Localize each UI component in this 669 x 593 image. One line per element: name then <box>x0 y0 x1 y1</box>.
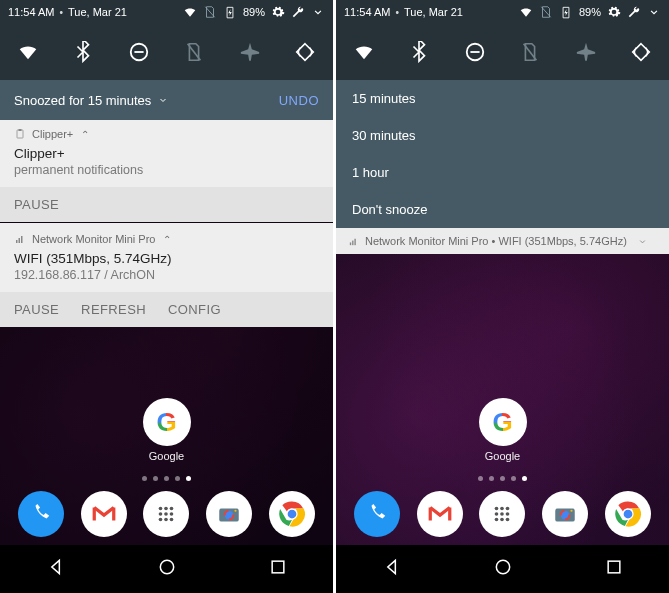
svg-point-33 <box>506 512 510 516</box>
signal-icon <box>14 233 26 245</box>
netmon-header[interactable]: Network Monitor Mini Pro ⌃ <box>0 223 333 249</box>
dock <box>336 491 669 545</box>
snooze-option-30min[interactable]: 30 minutes <box>336 117 669 154</box>
clipper-notification[interactable]: Clipper+ ⌃ Clipper+ permanent notificati… <box>0 120 333 222</box>
wrench-icon[interactable] <box>291 5 305 19</box>
signal-icon <box>348 236 359 247</box>
nav-back[interactable] <box>382 557 402 581</box>
qs-bluetooth[interactable] <box>71 40 95 64</box>
svg-point-10 <box>165 512 169 516</box>
app-phone[interactable] <box>18 491 64 537</box>
chevron-down-icon <box>637 236 648 247</box>
qs-sim[interactable] <box>518 40 542 64</box>
svg-point-35 <box>501 518 505 522</box>
qs-wifi[interactable] <box>16 40 40 64</box>
clipper-actions: PAUSE <box>0 187 333 222</box>
chevron-down-icon <box>157 94 169 106</box>
netmon-subtitle: 192.168.86.117 / ArchON <box>14 268 319 282</box>
svg-point-31 <box>495 512 499 516</box>
nav-back[interactable] <box>46 557 66 581</box>
app-camera[interactable] <box>542 491 588 537</box>
svg-point-18 <box>234 510 236 512</box>
netmon-action-config[interactable]: CONFIG <box>168 302 221 317</box>
app-gmail[interactable] <box>81 491 127 537</box>
status-separator: • <box>59 7 63 18</box>
netmon-action-pause[interactable]: PAUSE <box>14 302 59 317</box>
chevron-down-icon[interactable] <box>311 5 325 19</box>
snooze-option-15min[interactable]: 15 minutes <box>336 80 669 117</box>
svg-rect-45 <box>608 561 620 573</box>
svg-point-13 <box>165 518 169 522</box>
status-date: Tue, Mar 21 <box>404 6 463 18</box>
status-date: Tue, Mar 21 <box>68 6 127 18</box>
nav-home[interactable] <box>157 557 177 581</box>
quick-settings <box>0 24 333 80</box>
app-chrome[interactable] <box>605 491 651 537</box>
wifi-icon <box>519 5 533 19</box>
netmon-action-refresh[interactable]: REFRESH <box>81 302 146 317</box>
nav-bar <box>336 545 669 593</box>
app-chrome[interactable] <box>269 491 315 537</box>
chevron-down-icon[interactable] <box>647 5 661 19</box>
nav-recents[interactable] <box>268 557 288 581</box>
status-time: 11:54 AM <box>8 6 54 18</box>
svg-point-14 <box>170 518 174 522</box>
app-phone[interactable] <box>354 491 400 537</box>
clipper-header[interactable]: Clipper+ ⌃ <box>0 120 333 144</box>
battery-charging-icon <box>559 5 573 19</box>
snooze-option-dont[interactable]: Don't snooze <box>336 191 669 228</box>
gear-icon[interactable] <box>271 5 285 19</box>
clipper-app-name: Clipper+ <box>32 128 73 140</box>
netmon-actions: PAUSE REFRESH CONFIG <box>0 292 333 327</box>
nav-recents[interactable] <box>604 557 624 581</box>
qs-rotate[interactable] <box>293 40 317 64</box>
clipper-title: Clipper+ <box>14 146 319 161</box>
app-drawer[interactable] <box>143 491 189 537</box>
google-folder[interactable]: G <box>479 398 527 446</box>
home-screen: G Google <box>0 345 333 545</box>
qs-airplane[interactable] <box>574 40 598 64</box>
status-separator: • <box>395 7 399 18</box>
svg-point-12 <box>159 518 163 522</box>
svg-rect-4 <box>19 238 21 243</box>
svg-point-9 <box>159 512 163 516</box>
snooze-option-1hour[interactable]: 1 hour <box>336 154 669 191</box>
app-drawer[interactable] <box>479 491 525 537</box>
dock <box>0 491 333 545</box>
svg-rect-25 <box>350 242 351 245</box>
netmon-collapsed[interactable]: Network Monitor Mini Pro • WIFI (351Mbps… <box>336 228 669 254</box>
snooze-bar[interactable]: Snoozed for 15 minutes UNDO <box>0 80 333 120</box>
no-sim-icon <box>203 5 217 19</box>
nav-home[interactable] <box>493 557 513 581</box>
qs-dnd[interactable] <box>127 40 151 64</box>
svg-rect-2 <box>19 129 22 131</box>
nav-bar <box>0 545 333 593</box>
qs-bluetooth[interactable] <box>407 40 431 64</box>
svg-point-8 <box>170 507 174 511</box>
snooze-label: Snoozed for 15 minutes <box>14 93 151 108</box>
svg-rect-5 <box>21 236 23 243</box>
snooze-undo-button[interactable]: UNDO <box>279 93 319 108</box>
qs-dnd[interactable] <box>463 40 487 64</box>
svg-rect-3 <box>16 240 18 243</box>
google-folder[interactable]: G <box>143 398 191 446</box>
clipper-subtitle: permanent notifications <box>14 163 319 177</box>
gear-icon[interactable] <box>607 5 621 19</box>
wrench-icon[interactable] <box>627 5 641 19</box>
quick-settings <box>336 24 669 80</box>
app-gmail[interactable] <box>417 491 463 537</box>
google-folder-label: Google <box>149 450 184 462</box>
page-indicator <box>478 476 527 481</box>
svg-rect-27 <box>354 238 355 244</box>
qs-airplane[interactable] <box>238 40 262 64</box>
app-camera[interactable] <box>206 491 252 537</box>
netmon-notification[interactable]: Network Monitor Mini Pro ⌃ WIFI (351Mbps… <box>0 223 333 327</box>
qs-wifi[interactable] <box>352 40 376 64</box>
qs-sim[interactable] <box>182 40 206 64</box>
no-sim-icon <box>539 5 553 19</box>
svg-rect-23 <box>272 561 284 573</box>
svg-point-28 <box>495 507 499 511</box>
clipper-action-pause[interactable]: PAUSE <box>14 197 59 212</box>
qs-rotate[interactable] <box>629 40 653 64</box>
netmon-app-name: Network Monitor Mini Pro <box>32 233 155 245</box>
